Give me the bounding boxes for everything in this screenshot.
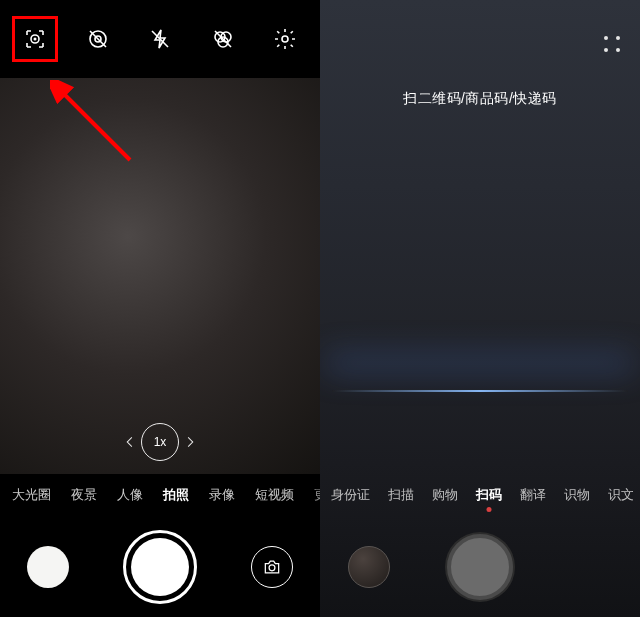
- dot-icon: [604, 48, 608, 52]
- camera-app-screenshot: 1x 大光圈 夜景 人像 拍照 录像 短视频 更多: [0, 0, 320, 617]
- shutter-button[interactable]: [123, 530, 197, 604]
- shutter-inner: [131, 538, 189, 596]
- dot-icon: [616, 48, 620, 52]
- zoom-toggle[interactable]: 1x: [141, 423, 179, 461]
- camera-mode-strip[interactable]: 大光圈 夜景 人像 拍照 录像 短视频 更多: [0, 478, 320, 512]
- scan-bottom-bar: [320, 517, 640, 617]
- mode-idcard[interactable]: 身份证: [322, 487, 379, 504]
- mode-more[interactable]: 更多: [304, 486, 320, 504]
- mode-video[interactable]: 录像: [199, 486, 245, 504]
- filter-off-icon: [211, 27, 235, 51]
- gallery-thumbnail[interactable]: [27, 546, 69, 588]
- camera-viewfinder[interactable]: [0, 78, 320, 474]
- camera-top-toolbar: [0, 0, 320, 78]
- camera-bottom-bar: [0, 517, 320, 617]
- mode-aperture[interactable]: 大光圈: [2, 486, 61, 504]
- scan-mode-strip[interactable]: 身份证 扫描 购物 扫码 翻译 识物 识文: [320, 478, 640, 512]
- ai-lens-button[interactable]: [16, 20, 54, 58]
- mode-shopping[interactable]: 购物: [423, 487, 467, 504]
- mode-text[interactable]: 识文: [599, 487, 640, 504]
- scan-instruction: 扫二维码/商品码/快递码: [320, 90, 640, 108]
- scan-app-screenshot: 扫二维码/商品码/快递码 身份证 扫描 购物 扫码 翻译 识物 识文: [320, 0, 640, 617]
- mode-portrait[interactable]: 人像: [107, 486, 153, 504]
- flash-off-icon: [148, 27, 172, 51]
- mode-qrcode[interactable]: 扫码: [467, 487, 511, 504]
- mode-night[interactable]: 夜景: [61, 486, 107, 504]
- mode-photo[interactable]: 拍照: [153, 486, 199, 504]
- filter-button[interactable]: [204, 20, 242, 58]
- svg-point-12: [269, 565, 275, 571]
- menu-button[interactable]: [604, 36, 622, 54]
- scan-shutter-button[interactable]: [447, 534, 513, 600]
- mode-translate[interactable]: 翻译: [511, 487, 555, 504]
- mode-shortvideo[interactable]: 短视频: [245, 486, 304, 504]
- switch-camera-button[interactable]: [251, 546, 293, 588]
- flash-button[interactable]: [141, 20, 179, 58]
- gallery-thumbnail[interactable]: [348, 546, 390, 588]
- live-photo-button[interactable]: [79, 20, 117, 58]
- settings-button[interactable]: [266, 20, 304, 58]
- dot-icon: [604, 36, 608, 40]
- mode-scan-doc[interactable]: 扫描: [379, 487, 423, 504]
- svg-point-10: [282, 36, 288, 42]
- switch-camera-icon: [262, 557, 282, 577]
- zoom-value: 1x: [154, 435, 167, 449]
- mode-object[interactable]: 识物: [555, 487, 599, 504]
- spacer: [570, 546, 612, 588]
- dot-icon: [616, 36, 620, 40]
- gear-icon: [273, 27, 297, 51]
- highlight-rect: [12, 16, 58, 62]
- live-off-icon: [86, 27, 110, 51]
- scan-line: [332, 390, 628, 392]
